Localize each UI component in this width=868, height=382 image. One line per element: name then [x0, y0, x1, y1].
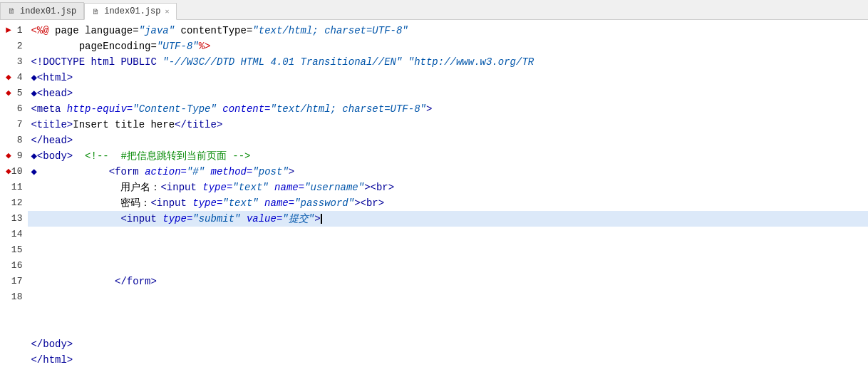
- line-num-11: 11: [6, 180, 22, 195]
- tab-close-icon[interactable]: ✕: [165, 7, 169, 16]
- line-num-8: 8: [6, 133, 22, 148]
- line-num-4: ◆ 4: [6, 70, 22, 86]
- line-numbers: ► 1 2 3 ◆ 4 ◆ 5 6 7 8 ◆ 9 ◆10 11 12 13 1…: [0, 20, 28, 382]
- code-line-18: </html>: [28, 352, 868, 368]
- line-num-10: ◆10: [6, 164, 22, 180]
- line-num-5: ◆ 5: [6, 86, 22, 101]
- line-num-1: ► 1: [6, 23, 22, 38]
- line-num-17: 17: [6, 274, 22, 289]
- code-line-12: 密码：<input type="text" name="password"><b…: [28, 195, 868, 211]
- file-icon-1: 🗎: [8, 6, 16, 16]
- line-num-6: 6: [6, 101, 22, 117]
- code-line-6: <meta http-equiv="Content-Type" content=…: [28, 101, 868, 117]
- code-line-13: <input type="submit" value="提交">: [28, 211, 868, 227]
- line-num-18: 18: [6, 289, 22, 305]
- line-num-15: 15: [6, 242, 22, 258]
- code-line-4: ◆<html>: [28, 70, 868, 86]
- line-num-13: 13: [6, 211, 22, 227]
- code-line-14: [28, 227, 868, 274]
- line-num-9: ◆ 9: [6, 148, 22, 164]
- code-line-16: [28, 289, 868, 336]
- editor-area: ► 1 2 3 ◆ 4 ◆ 5 6 7 8 ◆ 9 ◆10 11 12 13 1…: [0, 20, 868, 382]
- code-line-11: 用户名：<input type="text" name="username"><…: [28, 180, 868, 195]
- code-line-9: ◆<body> <!-- #把信息跳转到当前页面 -->: [28, 148, 868, 164]
- tab-label-2: index01.jsp: [104, 6, 160, 16]
- code-line-8: </head>: [28, 133, 868, 148]
- line-num-14: 14: [6, 227, 22, 242]
- tab-index01-2[interactable]: 🗎 index01.jsp ✕: [84, 3, 177, 20]
- line-num-12: 12: [6, 195, 22, 211]
- code-line-1: <%@ page language="java" contentType="te…: [28, 23, 868, 38]
- code-line-5: ◆<head>: [28, 86, 868, 101]
- code-line-3: <!DOCTYPE html PUBLIC "-//W3C//DTD HTML …: [28, 54, 868, 70]
- code-line-2: pageEncoding="UTF-8"%>: [28, 38, 868, 54]
- tab-label-1: index01.jsp: [20, 6, 76, 16]
- line-num-3: 3: [6, 54, 22, 70]
- code-line-10: ◆ <form action="#" method="post">: [28, 164, 868, 180]
- tab-bar: 🗎 index01.jsp 🗎 index01.jsp ✕: [0, 0, 868, 20]
- line-num-16: 16: [6, 258, 22, 274]
- file-icon-2: 🗎: [92, 7, 100, 16]
- line-num-7: 7: [6, 117, 22, 133]
- code-line-15: </form>: [28, 274, 868, 289]
- line-num-2: 2: [6, 38, 22, 54]
- tab-index01-1[interactable]: 🗎 index01.jsp: [0, 2, 84, 19]
- code-line-17: </body>: [28, 336, 868, 352]
- code-line-7: <title>Insert title here</title>: [28, 117, 868, 133]
- code-content[interactable]: <%@ page language="java" contentType="te…: [28, 20, 868, 382]
